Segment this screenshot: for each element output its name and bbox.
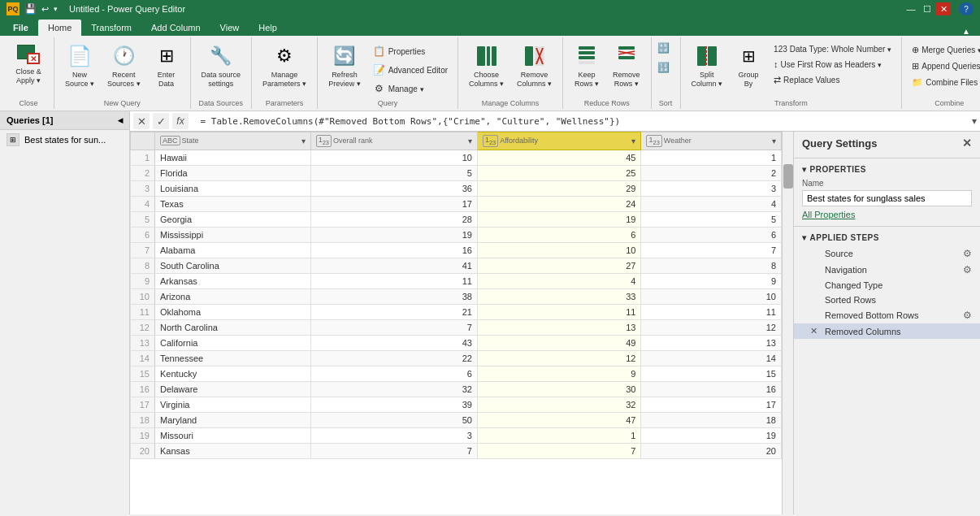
affordability-filter-icon[interactable]: ▾ xyxy=(631,137,635,145)
cell-overall-rank: 19 xyxy=(310,227,477,242)
merge-queries-button[interactable]: ⊕ Merge Queries ▾ xyxy=(907,42,980,58)
title-bar-title: Untitled - Power Query Editor xyxy=(69,4,185,14)
row-number: 17 xyxy=(131,397,155,412)
refresh-preview-button[interactable]: 🔄 RefreshPreview ▾ xyxy=(323,39,366,93)
col-header-overall-rank[interactable]: 123 Overall rank ▾ xyxy=(310,132,477,150)
manage-parameters-button[interactable]: ⚙ ManageParameters ▾ xyxy=(257,39,312,93)
cell-state: North Carolina xyxy=(155,319,311,335)
ribbon-group-combine: ⊕ Merge Queries ▾ ⊞ Append Queries ▾ 📁 C… xyxy=(902,37,980,109)
replace-values-button[interactable]: ⇄ Replace Values xyxy=(769,72,896,88)
enter-data-button[interactable]: ⊞ EnterData xyxy=(148,39,185,93)
query-small-group: 📋 Properties 📝 Advanced Editor ⚙ Manage … xyxy=(368,42,453,98)
tab-help[interactable]: Help xyxy=(249,20,287,36)
query-settings-panel: Query Settings ✕ ▾ PROPERTIES Name All P… xyxy=(793,132,980,514)
close-apply-container: ✕ Close &Apply ▾ xyxy=(8,39,49,98)
formula-accept-button[interactable]: ✓ xyxy=(153,113,169,129)
group-by-button[interactable]: ⊞ GroupBy xyxy=(730,39,767,93)
applied-steps-collapse-icon[interactable]: ▾ xyxy=(802,233,807,242)
advanced-editor-icon: 📝 xyxy=(373,63,386,76)
tab-view[interactable]: View xyxy=(210,20,249,36)
tab-add-column[interactable]: Add Column xyxy=(141,20,210,36)
cell-weather: 20 xyxy=(641,443,782,458)
cell-overall-rank: 28 xyxy=(310,211,477,227)
query-settings-close-icon[interactable]: ✕ xyxy=(962,137,972,150)
cell-overall-rank: 39 xyxy=(310,397,477,412)
choose-columns-button[interactable]: ChooseColumns ▾ xyxy=(463,39,510,93)
formula-input[interactable] xyxy=(192,115,969,128)
use-first-row-button[interactable]: ↕ Use First Row as Headers ▾ xyxy=(769,57,896,72)
refresh-preview-label: RefreshPreview ▾ xyxy=(328,71,361,89)
data-source-settings-button[interactable]: 🔧 Data sourcesettings xyxy=(196,39,247,93)
table-row: 10Arizona383310 xyxy=(131,288,782,304)
remove-columns-button[interactable]: RemoveColumns ▾ xyxy=(511,39,557,93)
queries-sidebar: Queries [1] ◂ ⊞ Best states for sun... xyxy=(0,111,130,514)
sidebar-collapse-icon[interactable]: ◂ xyxy=(118,115,123,126)
append-queries-button[interactable]: ⊞ Append Queries ▾ xyxy=(907,59,980,74)
combine-files-button[interactable]: 📁 Combine Files xyxy=(907,75,980,90)
tab-home[interactable]: Home xyxy=(38,20,81,36)
sidebar-item-best-states[interactable]: ⊞ Best states for sun... xyxy=(0,130,129,150)
formula-expand-icon[interactable]: ▾ xyxy=(972,115,977,127)
applied-steps-title: ▾ APPLIED STEPS xyxy=(794,230,980,245)
svg-rect-15 xyxy=(618,56,635,59)
all-properties-link[interactable]: All Properties xyxy=(802,210,972,219)
close-apply-icon: ✕ xyxy=(15,43,41,66)
properties-collapse-icon[interactable]: ▾ xyxy=(802,165,807,174)
keep-rows-button[interactable]: KeepRows ▾ xyxy=(568,39,605,93)
help-icon[interactable]: ? xyxy=(959,2,973,15)
applied-step[interactable]: Navigation⚙ xyxy=(794,262,980,278)
query-name-input[interactable] xyxy=(802,190,972,206)
col-header-affordability[interactable]: 123 Affordability ▾ xyxy=(477,132,641,150)
minimize-button[interactable]: — xyxy=(904,2,918,15)
step-gear-icon[interactable]: ⚙ xyxy=(963,248,972,259)
new-source-button[interactable]: 📄 NewSource ▾ xyxy=(59,39,100,93)
data-type-button[interactable]: 123 Data Type: Whole Number ▾ xyxy=(769,42,896,56)
step-gear-icon[interactable]: ⚙ xyxy=(963,264,972,275)
sort-ascending-button[interactable]: 🔡 xyxy=(653,39,678,57)
formula-cancel-button[interactable]: ✕ xyxy=(133,113,150,129)
remove-rows-label: RemoveRows ▾ xyxy=(613,71,640,89)
maximize-button[interactable]: ☐ xyxy=(920,2,934,15)
split-column-button[interactable]: SplitColumn ▾ xyxy=(686,39,729,93)
remove-rows-button[interactable]: RemoveRows ▾ xyxy=(607,39,646,93)
cell-state: Virginia xyxy=(155,397,311,412)
ribbon-group-query: 🔄 RefreshPreview ▾ 📋 Properties 📝 Advanc… xyxy=(318,37,458,109)
table-row: 14Tennessee221214 xyxy=(131,350,782,366)
manage-button[interactable]: ⚙ Manage ▾ xyxy=(368,80,453,98)
properties-button[interactable]: 📋 Properties xyxy=(368,42,453,60)
row-number: 4 xyxy=(131,196,155,211)
cell-affordability: 27 xyxy=(477,258,641,273)
step-x-icon[interactable]: ✕ xyxy=(810,326,822,336)
table-row: 7Alabama16107 xyxy=(131,242,782,258)
col-header-weather[interactable]: 123 Weather ▾ xyxy=(641,132,782,150)
recent-sources-button[interactable]: 🕐 RecentSources ▾ xyxy=(102,39,146,93)
quick-access-save[interactable]: 💾 xyxy=(24,3,37,15)
close-apply-button[interactable]: ✕ Close &Apply ▾ xyxy=(8,39,49,89)
cell-overall-rank: 11 xyxy=(310,273,477,288)
applied-step[interactable]: Removed Bottom Rows⚙ xyxy=(794,307,980,323)
applied-step[interactable]: Sorted Rows xyxy=(794,293,980,307)
col-header-state[interactable]: ABC State ▾ xyxy=(155,132,311,150)
sort-label: Sort xyxy=(659,98,673,107)
applied-step[interactable]: Source⚙ xyxy=(794,245,980,262)
applied-step[interactable]: Changed Type xyxy=(794,278,980,293)
state-filter-icon[interactable]: ▾ xyxy=(301,137,306,145)
ribbon-collapse-icon[interactable]: ▲ xyxy=(962,27,970,36)
advanced-editor-button[interactable]: 📝 Advanced Editor xyxy=(368,61,453,79)
cell-affordability: 6 xyxy=(477,227,641,242)
svg-text:🔡: 🔡 xyxy=(657,41,670,54)
close-button[interactable]: ✕ xyxy=(936,2,951,15)
step-gear-icon[interactable]: ⚙ xyxy=(963,310,972,321)
sort-descending-button[interactable]: 🔢 xyxy=(653,59,678,76)
quick-access-dropdown[interactable]: ▾ xyxy=(54,5,58,13)
quick-access-undo[interactable]: ↩ xyxy=(41,4,49,15)
overall-rank-filter-icon[interactable]: ▾ xyxy=(468,137,472,145)
vertical-scrollbar[interactable] xyxy=(782,132,793,514)
formula-fx-button[interactable]: fx xyxy=(172,113,189,129)
weather-filter-icon[interactable]: ▾ xyxy=(772,137,776,145)
table-row: 16Delaware323016 xyxy=(131,381,782,397)
tab-transform[interactable]: Transform xyxy=(81,20,141,36)
tab-file[interactable]: File xyxy=(3,20,38,36)
applied-step[interactable]: ✕Removed Columns xyxy=(794,323,980,339)
grid-container[interactable]: ABC State ▾ 123 Overall rank ▾ xyxy=(130,132,782,514)
